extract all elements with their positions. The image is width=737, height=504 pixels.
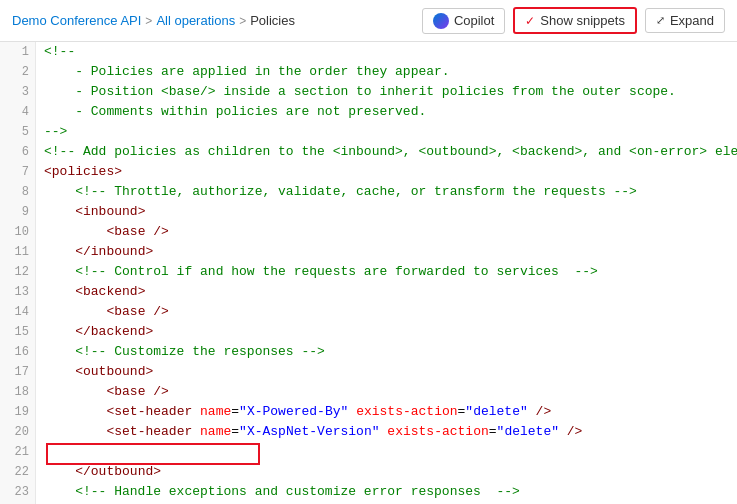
line-number: 9: [6, 202, 29, 222]
code-line: [44, 442, 729, 462]
token-tag: <set-header: [106, 424, 192, 439]
token-val: "X-Powered-By": [239, 404, 348, 419]
token-tag: <outbound>: [75, 364, 153, 379]
token-val: "delete": [465, 404, 527, 419]
line-number: 20: [6, 422, 29, 442]
line-number: 11: [6, 242, 29, 262]
token-indent: [44, 284, 75, 299]
code-line: <!-- Handle exceptions and customize err…: [44, 482, 729, 502]
token-indent: [44, 384, 106, 399]
line-number: 12: [6, 262, 29, 282]
token-comment: <!-- Customize the responses -->: [44, 344, 325, 359]
token-space: [192, 404, 200, 419]
code-line: </backend>: [44, 322, 729, 342]
expand-label: Expand: [670, 13, 714, 28]
breadcrumb-part2[interactable]: All operations: [156, 13, 235, 28]
token-tag: />: [528, 404, 551, 419]
token-tag: <base />: [106, 224, 168, 239]
token-attr: name: [200, 404, 231, 419]
token-attr: exists-action: [356, 404, 457, 419]
show-snippets-button[interactable]: ✓ Show snippets: [513, 7, 637, 34]
token-tag: <inbound>: [75, 204, 145, 219]
line-number: 16: [6, 342, 29, 362]
token-comment: -->: [44, 124, 67, 139]
code-line: <base />: [44, 382, 729, 402]
line-number: 17: [6, 362, 29, 382]
line-number: 21: [6, 442, 29, 462]
token-indent: [44, 444, 106, 459]
token-indent: [44, 324, 75, 339]
code-line: <!-- Control if and how the requests are…: [44, 262, 729, 282]
token-comment: <!-- Control if and how the requests are…: [44, 264, 598, 279]
token-tag: </backend>: [75, 324, 153, 339]
token-tag: <set-header: [106, 404, 192, 419]
line-number: 13: [6, 282, 29, 302]
token-space: [192, 424, 200, 439]
breadcrumb-sep1: >: [145, 14, 152, 28]
token-comment: <!-- Throttle, authorize, validate, cach…: [44, 184, 637, 199]
token-comment: <!--: [44, 44, 75, 59]
token-tag: <base />: [106, 304, 168, 319]
expand-button[interactable]: ⤢ Expand: [645, 8, 725, 33]
token-eq: =: [231, 424, 239, 439]
breadcrumb-sep2: >: [239, 14, 246, 28]
line-number: 5: [6, 122, 29, 142]
code-line: <policies>: [44, 162, 729, 182]
token-space: [348, 404, 356, 419]
line-number: 22: [6, 462, 29, 482]
token-val: "X-AspNet-Version": [239, 424, 379, 439]
code-line: <set-header name="X-Powered-By" exists-a…: [44, 402, 729, 422]
line-number: 18: [6, 382, 29, 402]
token-comment: <!-- Add policies as children to the <in…: [44, 144, 737, 159]
token-eq: =: [231, 404, 239, 419]
code-line: <base />: [44, 302, 729, 322]
code-line: -->: [44, 122, 729, 142]
token-tag: <backend>: [75, 284, 145, 299]
token-comment: - Position <base/> inside a section to i…: [44, 84, 676, 99]
token-val: "delete": [497, 424, 559, 439]
code-line: <backend>: [44, 282, 729, 302]
line-number: 23: [6, 482, 29, 502]
checkmark-icon: ✓: [525, 14, 535, 28]
token-indent: [44, 244, 75, 259]
line-number: 7: [6, 162, 29, 182]
token-tag: <policies>: [44, 164, 122, 179]
line-number: 4: [6, 102, 29, 122]
token-tag: </outbound>: [75, 464, 161, 479]
line-number: 6: [6, 142, 29, 162]
token-tag: </inbound>: [75, 244, 153, 259]
token-indent: [44, 224, 106, 239]
token-indent: [44, 424, 106, 439]
line-number: 14: [6, 302, 29, 322]
code-line: <!-- Add policies as children to the <in…: [44, 142, 729, 162]
line-number: 8: [6, 182, 29, 202]
token-tag: <base />: [106, 384, 168, 399]
code-line: <inbound>: [44, 202, 729, 222]
code-content[interactable]: <!-- - Policies are applied in the order…: [36, 42, 737, 504]
token-eq: =: [489, 424, 497, 439]
code-line: <outbound>: [44, 362, 729, 382]
line-number: 3: [6, 82, 29, 102]
token-comment: - Policies are applied in the order they…: [44, 64, 450, 79]
line-number: 2: [6, 62, 29, 82]
code-line: - Comments within policies are not prese…: [44, 102, 729, 122]
code-line: <!--: [44, 42, 729, 62]
code-line: <!-- Customize the responses -->: [44, 342, 729, 362]
line-numbers: 1234567891011121314151617181920212223242…: [0, 42, 36, 504]
code-line: - Policies are applied in the order they…: [44, 62, 729, 82]
code-editor[interactable]: 1234567891011121314151617181920212223242…: [0, 42, 737, 504]
expand-icon: ⤢: [656, 14, 665, 27]
copilot-button[interactable]: Copilot: [422, 8, 505, 34]
token-comment: - Comments within policies are not prese…: [44, 104, 426, 119]
token-attr: exists-action: [387, 424, 488, 439]
code-line: </outbound>: [44, 462, 729, 482]
token-indent: [44, 304, 106, 319]
line-number: 1: [6, 42, 29, 62]
breadcrumb-part3: Policies: [250, 13, 295, 28]
line-number: 10: [6, 222, 29, 242]
header-actions: Copilot ✓ Show snippets ⤢ Expand: [422, 7, 725, 34]
copilot-label: Copilot: [454, 13, 494, 28]
breadcrumb-part1[interactable]: Demo Conference API: [12, 13, 141, 28]
show-snippets-label: Show snippets: [540, 13, 625, 28]
token-comment: <!-- Handle exceptions and customize err…: [44, 484, 520, 499]
